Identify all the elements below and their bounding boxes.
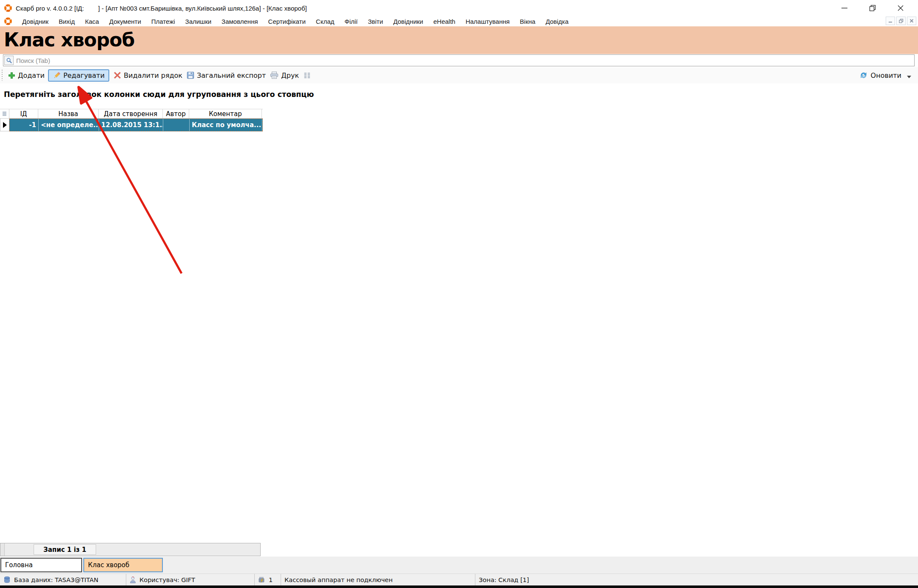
user-icon (130, 576, 136, 583)
selected-row[interactable]: -1 <не определе... 12.08.2015 13:1... Кл… (9, 119, 263, 131)
column-header-name[interactable]: Назва (38, 109, 99, 118)
refresh-button[interactable]: Оновити (859, 67, 911, 83)
chevron-down-icon[interactable] (907, 76, 911, 78)
delete-row-button-label: Видалити рядок (124, 71, 182, 80)
add-button[interactable]: Додати (8, 71, 45, 80)
row-selector-cell[interactable] (0, 119, 9, 131)
bottom-tab-bar: Головна Клас хвороб (0, 557, 918, 574)
mdi-minimize-icon (888, 19, 892, 23)
mdi-restore-button[interactable] (896, 17, 906, 25)
delete-row-button[interactable]: Видалити рядок (114, 71, 182, 80)
statusbar-user: Користувач: GIFT (126, 574, 254, 585)
row-selector-header[interactable] (0, 109, 9, 118)
menu-item-filii[interactable]: Філії (339, 18, 363, 25)
printer-icon (270, 71, 279, 79)
mdi-close-button[interactable] (907, 17, 916, 25)
search-input[interactable] (14, 57, 914, 64)
title-bar: Скарб pro v. 4.0.0.2 [ІД: ] - [Апт №003 … (0, 0, 918, 16)
annotation-arrow (0, 0, 918, 588)
menu-item-vikna[interactable]: Вікна (515, 18, 541, 25)
grid-header-row: ІД Назва Дата створення Автор Коментар (0, 109, 263, 119)
zone-label: Зона: Склад [1] (479, 577, 529, 583)
cash-register-icon (258, 576, 265, 583)
menu-item-nalashtuvannya[interactable]: Налаштування (460, 18, 515, 25)
menu-item-zvity[interactable]: Звіти (363, 18, 388, 25)
app-window: Скарб pro v. 4.0.0.2 [ІД: ] - [Апт №003 … (0, 0, 918, 588)
minimize-icon (841, 5, 848, 11)
menu-items: Довідник Вихід Каса Документи Платежі За… (17, 18, 574, 25)
app-logo-icon (4, 4, 12, 12)
grid-grip-icon (2, 111, 7, 116)
plus-icon (8, 72, 15, 79)
floppy-disk-icon (187, 71, 194, 79)
cash-count-label: 1 (269, 577, 273, 583)
column-header-author[interactable]: Автор (163, 109, 189, 118)
cell-created[interactable]: 12.08.2015 13:1... (99, 119, 163, 131)
tab-klas-khvorob[interactable]: Клас хвороб (83, 558, 163, 572)
data-grid: ІД Назва Дата створення Автор Коментар -… (0, 109, 263, 131)
menu-item-zamovlennya[interactable]: Замовлення (216, 18, 263, 25)
record-navigator-handle[interactable] (0, 543, 5, 556)
current-row-marker-icon (3, 122, 7, 128)
menu-item-dovidka[interactable]: Довідка (540, 18, 574, 25)
group-by-hint: Перетягніть заголовок колонки сюди для у… (4, 90, 314, 99)
export-button[interactable]: Загальний експорт (187, 71, 266, 80)
cash-status-label: Кассовый аппарат не подключен (284, 577, 393, 583)
menu-item-kasa[interactable]: Каса (80, 18, 104, 25)
export-button-label: Загальний експорт (197, 71, 266, 80)
cell-comment[interactable]: Класс по умолча... (190, 119, 262, 131)
menu-item-dovidnyky[interactable]: Довідники (388, 18, 428, 25)
page-banner: Клас хвороб (0, 26, 918, 54)
menu-item-platezhi[interactable]: Платежі (146, 18, 180, 25)
window-controls (830, 0, 915, 16)
column-header-created[interactable]: Дата створення (99, 109, 163, 118)
columns-icon (303, 72, 311, 79)
close-button[interactable] (887, 0, 915, 16)
menu-item-sklad[interactable]: Склад (311, 18, 339, 25)
tab-holovna[interactable]: Головна (0, 558, 82, 572)
record-navigator: Запис 1 із 1 (0, 543, 261, 556)
red-x-icon (114, 71, 121, 79)
restore-button[interactable] (858, 0, 887, 16)
statusbar-cash-count: 1 (254, 574, 281, 585)
menu-item-dokumenty[interactable]: Документи (104, 18, 146, 25)
column-chooser-button[interactable] (303, 72, 311, 79)
menu-item-zalyshky[interactable]: Залишки (180, 18, 217, 25)
mdi-minimize-button[interactable] (886, 17, 895, 25)
edit-button[interactable]: Редагувати (48, 69, 109, 82)
mdi-close-icon (909, 19, 914, 23)
table-row[interactable]: -1 <не определе... 12.08.2015 13:1... Кл… (0, 119, 263, 131)
menu-item-vykhid[interactable]: Вихід (54, 18, 80, 25)
menu-logo-icon (4, 17, 12, 25)
statusbar-zone: Зона: Склад [1] (475, 574, 918, 585)
record-count: Запис 1 із 1 (34, 544, 96, 555)
close-icon (897, 5, 904, 11)
search-row (0, 54, 918, 67)
statusbar-cash-status: Кассовый аппарат не подключен (281, 574, 475, 585)
toolbar: Додати Редагувати Видалити рядок Загальн… (0, 67, 918, 83)
column-header-comment[interactable]: Коментар (189, 109, 262, 118)
status-bar: База даних: TASA3@TITAN Користувач: GIFT… (0, 574, 918, 585)
column-header-id[interactable]: ІД (9, 109, 38, 118)
menu-bar: Довідник Вихід Каса Документи Платежі За… (0, 16, 918, 26)
pencil-icon (53, 71, 61, 80)
refresh-button-label: Оновити (871, 71, 901, 80)
user-label: Користувач: GIFT (139, 577, 195, 583)
toolbar-grip-handle[interactable] (1, 70, 4, 81)
refresh-icon (859, 71, 868, 80)
search-icon-button[interactable] (4, 56, 14, 65)
restore-icon (869, 5, 876, 12)
taskbar-edge (0, 585, 918, 588)
edit-button-label: Редагувати (63, 71, 105, 80)
database-label: База даних: TASA3@TITAN (14, 577, 98, 583)
minimize-button[interactable] (830, 0, 858, 16)
print-button-label: Друк (281, 71, 299, 80)
print-button[interactable]: Друк (270, 71, 299, 80)
cell-author[interactable] (163, 119, 190, 131)
menu-item-sertyfikaty[interactable]: Сертифікати (263, 18, 311, 25)
database-icon (3, 576, 11, 583)
cell-name[interactable]: <не определе... (39, 119, 99, 131)
cell-id[interactable]: -1 (10, 119, 39, 131)
menu-item-ehealth[interactable]: eHealth (428, 18, 460, 25)
menu-item-dovidnyk[interactable]: Довідник (17, 18, 54, 25)
